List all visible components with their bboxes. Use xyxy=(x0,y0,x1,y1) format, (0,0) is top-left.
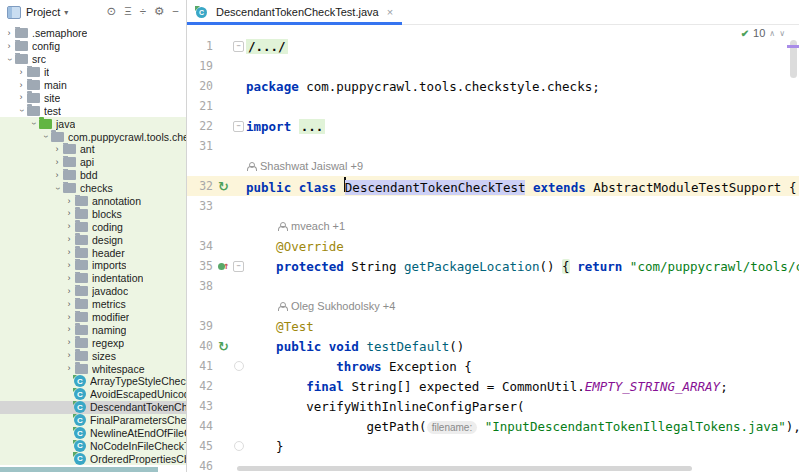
code-author-inlay[interactable]: Oleg Sukhodolsky +4 xyxy=(187,296,799,316)
tree-item-avoidescapedunicodecharactersche[interactable]: CAvoidEscapedUnicodeCharactersChe xyxy=(0,388,186,401)
tree-item-api[interactable]: ›api xyxy=(0,156,186,169)
tree-item-test[interactable]: ›test xyxy=(0,104,186,117)
tree-item-coding[interactable]: ›coding xyxy=(0,220,186,233)
chevron-right-icon[interactable]: › xyxy=(64,197,74,206)
chevron-down-icon[interactable]: › xyxy=(17,106,26,116)
fold-marker-icon[interactable] xyxy=(234,441,244,451)
tree-item-label: .semaphore xyxy=(32,27,87,39)
next-problem-icon[interactable]: ∨ xyxy=(779,29,785,38)
code-editor[interactable]: 1−/.../1920package com.puppycrawl.tools.… xyxy=(187,25,799,472)
tree-item-indentation[interactable]: ›indentation xyxy=(0,272,186,285)
chevron-right-icon[interactable]: › xyxy=(64,325,74,334)
chevron-right-icon[interactable]: › xyxy=(4,42,14,51)
chevron-right-icon[interactable]: › xyxy=(52,158,62,167)
tree-item-newlineatendoffilechecktest[interactable]: CNewlineAtEndOfFileCheckTest xyxy=(0,427,186,440)
code-line-31: 31 xyxy=(187,136,799,156)
tree-item-orderedpropertieschecktest[interactable]: COrderedPropertiesCheckTest xyxy=(0,452,186,465)
fold-marker-icon[interactable]: − xyxy=(233,121,244,132)
chevron-right-icon[interactable]: › xyxy=(52,171,62,180)
prev-problem-icon[interactable]: ∧ xyxy=(769,29,775,38)
tree-item-it[interactable]: ›it xyxy=(0,66,186,79)
chevron-right-icon[interactable]: › xyxy=(64,235,74,244)
hide-icon[interactable]: − xyxy=(172,6,179,18)
chevron-right-icon[interactable]: › xyxy=(16,81,26,90)
chevron-down-icon[interactable]: › xyxy=(5,54,14,64)
chevron-right-icon[interactable]: › xyxy=(64,364,74,373)
tree-item-design[interactable]: ›design xyxy=(0,233,186,246)
tree-item-src[interactable]: ›src xyxy=(0,53,186,66)
code-author-inlay[interactable]: Shashwat Jaiswal +9 xyxy=(187,156,799,176)
chevron-right-icon[interactable]: › xyxy=(16,93,26,102)
tree-item-nocodeinfilechecktest[interactable]: CNoCodeInFileCheckTest xyxy=(0,440,186,453)
chevron-right-icon[interactable]: › xyxy=(64,261,74,270)
settings-icon[interactable]: ⚙ xyxy=(154,6,164,18)
tree-item-header[interactable]: ›header xyxy=(0,246,186,259)
tree-item-descendanttokenchecktest[interactable]: CDescendantTokenCheckTest xyxy=(0,401,186,414)
code-author-inlay[interactable]: mveach +1 xyxy=(187,216,799,236)
tree-item-javadoc[interactable]: ›javadoc xyxy=(0,285,186,298)
chevron-right-icon[interactable]: › xyxy=(64,248,74,257)
project-panel-title[interactable]: Project xyxy=(26,6,60,18)
inspections-widget[interactable]: ✔ 10 ∧ ∨ xyxy=(741,27,785,39)
tree-item-main[interactable]: ›main xyxy=(0,79,186,92)
code-segment-a: @Test xyxy=(276,319,314,334)
tab-descendanttokenchecktest[interactable]: C DescendantTokenCheckTest.java × xyxy=(187,0,402,24)
run-test-icon[interactable]: ↻ xyxy=(218,340,229,353)
tree-item-imports[interactable]: ›imports xyxy=(0,259,186,272)
chevron-right-icon[interactable]: › xyxy=(64,222,74,231)
scrollbar-caret-marker xyxy=(787,45,799,48)
tree-item-config[interactable]: ›config xyxy=(0,40,186,53)
chevron-right-icon[interactable]: › xyxy=(64,351,74,360)
tree-item-label: imports xyxy=(92,259,126,271)
fold-marker-icon[interactable] xyxy=(234,361,244,371)
project-tool-window: Project ▾ ⊙Ξ÷⚙− ›.semaphore›config›src›i… xyxy=(0,0,187,472)
tree-item-site[interactable]: ›site xyxy=(0,91,186,104)
chevron-right-icon[interactable]: › xyxy=(64,300,74,309)
chevron-right-icon[interactable]: › xyxy=(64,338,74,347)
collapse-all-icon[interactable]: ÷ xyxy=(140,6,146,18)
chevron-right-icon[interactable]: › xyxy=(64,313,74,322)
tree-item-label: whitespace xyxy=(92,363,145,375)
tree-item-whitespace[interactable]: ›whitespace xyxy=(0,362,186,375)
tree-item-label: ant xyxy=(80,143,95,155)
run-test-icon[interactable]: ↻ xyxy=(218,180,229,193)
folder-icon xyxy=(75,299,88,309)
code-segment-s: "InputDescendantTokenIllegalTokens.java" xyxy=(485,419,786,434)
chevron-right-icon[interactable]: › xyxy=(4,29,14,38)
code-line-42: 42 final String[] expected = CommonUtil.… xyxy=(187,376,799,396)
tree-item-arraytypestylechecktest[interactable]: CArrayTypeStyleCheckTest xyxy=(0,375,186,388)
tree-item-ant[interactable]: ›ant xyxy=(0,143,186,156)
tree-item-blocks[interactable]: ›blocks xyxy=(0,207,186,220)
tree-item-modifier[interactable]: ›modifier xyxy=(0,311,186,324)
tree-item-metrics[interactable]: ›metrics xyxy=(0,298,186,311)
chevron-right-icon[interactable]: › xyxy=(64,287,74,296)
tree-item-finalparameterschecktest[interactable]: CFinalParametersCheckTest xyxy=(0,414,186,427)
project-dropdown-caret-icon[interactable]: ▾ xyxy=(64,8,68,17)
chevron-right-icon[interactable]: › xyxy=(52,145,62,154)
close-icon[interactable]: × xyxy=(387,6,393,18)
chevron-down-icon[interactable]: › xyxy=(53,183,62,193)
overrides-method-icon[interactable]: ↑ xyxy=(218,261,229,271)
tree-item-checks[interactable]: ›checks xyxy=(0,182,186,195)
tree-item-com-puppycrawl-tools-checkstyle[interactable]: ›com.puppycrawl.tools.checkstyle xyxy=(0,130,186,143)
tree-item-naming[interactable]: ›naming xyxy=(0,323,186,336)
tree-item-annotation[interactable]: ›annotation xyxy=(0,195,186,208)
chevron-down-icon[interactable]: › xyxy=(41,132,50,142)
chevron-down-icon[interactable]: › xyxy=(29,119,38,129)
tree-item-java[interactable]: ›java xyxy=(0,117,186,130)
tree-item-bdd[interactable]: ›bdd xyxy=(0,169,186,182)
fold-marker-icon[interactable]: − xyxy=(233,41,244,52)
folder-icon xyxy=(63,183,76,193)
expand-all-icon[interactable]: Ξ xyxy=(124,6,131,18)
project-header-toolbar: ⊙Ξ÷⚙− xyxy=(107,6,179,18)
editor-horizontal-scrollbar[interactable] xyxy=(237,466,692,471)
code-segment-p: ), expected); xyxy=(786,419,799,434)
fold-marker-icon[interactable]: − xyxy=(233,261,244,272)
tree-item-sizes[interactable]: ›sizes xyxy=(0,349,186,362)
chevron-right-icon[interactable]: › xyxy=(16,68,26,77)
chevron-right-icon[interactable]: › xyxy=(64,209,74,218)
chevron-right-icon[interactable]: › xyxy=(64,274,74,283)
tree-item--semaphore[interactable]: ›.semaphore xyxy=(0,27,186,40)
tree-item-regexp[interactable]: ›regexp xyxy=(0,336,186,349)
locate-icon[interactable]: ⊙ xyxy=(107,6,117,18)
